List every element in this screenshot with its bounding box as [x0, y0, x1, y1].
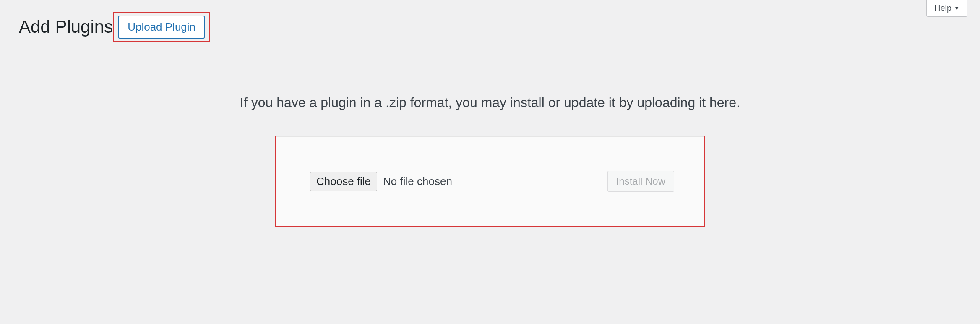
caret-down-icon: ▼ — [954, 5, 959, 11]
header-row: Add Plugins Upload Plugin — [0, 0, 980, 42]
highlight-annotation-upload: Upload Plugin — [113, 12, 210, 42]
upload-plugin-button[interactable]: Upload Plugin — [118, 16, 205, 39]
page-title: Add Plugins — [19, 16, 113, 39]
highlight-annotation-panel: Choose file No file chosen Install Now — [275, 136, 705, 227]
choose-file-button[interactable]: Choose file — [310, 172, 377, 191]
upload-instruction-text: If you have a plugin in a .zip format, y… — [0, 95, 980, 110]
help-tab[interactable]: Help ▼ — [926, 0, 967, 17]
file-input-group: Choose file No file chosen — [310, 172, 452, 191]
file-status-text: No file chosen — [383, 175, 452, 188]
upload-panel-wrapper: Choose file No file chosen Install Now — [0, 136, 980, 227]
install-now-button[interactable]: Install Now — [607, 171, 674, 192]
upload-panel: Choose file No file chosen Install Now — [276, 136, 704, 226]
help-label: Help — [934, 3, 951, 13]
